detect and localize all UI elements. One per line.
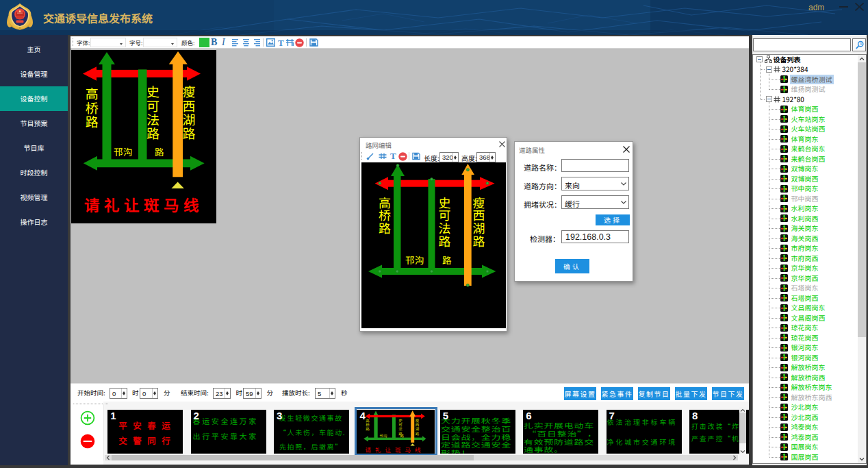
svg-text:3: 3 xyxy=(860,42,862,46)
